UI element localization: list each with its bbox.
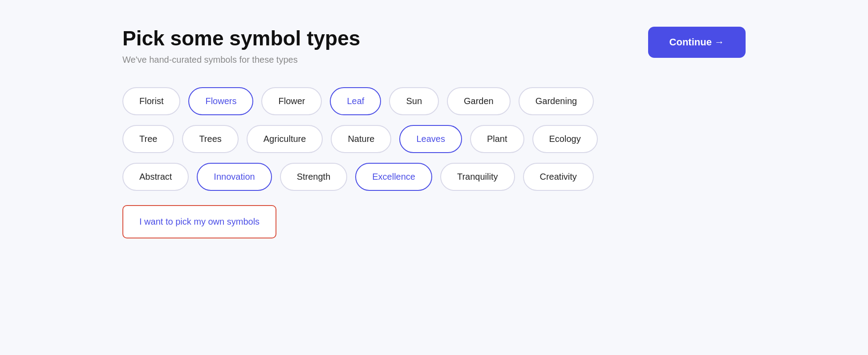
chip-sun[interactable]: Sun <box>389 87 439 115</box>
chip-strength[interactable]: Strength <box>280 163 348 191</box>
chip-flowers[interactable]: Flowers <box>188 87 253 115</box>
chip-plant[interactable]: Plant <box>470 125 524 153</box>
own-symbols-text: I want to pick my own symbols <box>139 217 260 226</box>
chips-row-0: FloristFlowersFlowerLeafSunGardenGardeni… <box>122 87 746 115</box>
chips-row-2: AbstractInnovationStrengthExcellenceTran… <box>122 163 746 191</box>
chips-area: FloristFlowersFlowerLeafSunGardenGardeni… <box>122 87 746 191</box>
header-row: Pick some symbol types We've hand-curate… <box>122 27 746 65</box>
title-block: Pick some symbol types We've hand-curate… <box>122 27 360 65</box>
own-symbols-box[interactable]: I want to pick my own symbols <box>122 205 276 238</box>
chip-nature[interactable]: Nature <box>331 125 391 153</box>
chip-ecology[interactable]: Ecology <box>532 125 598 153</box>
chip-gardening[interactable]: Gardening <box>519 87 594 115</box>
chip-abstract[interactable]: Abstract <box>122 163 189 191</box>
chip-leaf[interactable]: Leaf <box>330 87 381 115</box>
chip-innovation[interactable]: Innovation <box>197 163 272 191</box>
chip-flower[interactable]: Flower <box>261 87 322 115</box>
chip-tree[interactable]: Tree <box>122 125 174 153</box>
chip-trees[interactable]: Trees <box>182 125 238 153</box>
page-container: Pick some symbol types We've hand-curate… <box>122 27 746 238</box>
continue-button[interactable]: Continue → <box>648 27 746 58</box>
chip-excellence[interactable]: Excellence <box>355 163 432 191</box>
chip-florist[interactable]: Florist <box>122 87 180 115</box>
chip-tranquility[interactable]: Tranquility <box>440 163 515 191</box>
chip-leaves[interactable]: Leaves <box>399 125 462 153</box>
chip-garden[interactable]: Garden <box>447 87 511 115</box>
chips-row-1: TreeTreesAgricultureNatureLeavesPlantEco… <box>122 125 746 153</box>
chip-agriculture[interactable]: Agriculture <box>247 125 323 153</box>
page-subtitle: We've hand-curated symbols for these typ… <box>122 55 360 65</box>
page-title: Pick some symbol types <box>122 27 360 50</box>
chip-creativity[interactable]: Creativity <box>523 163 594 191</box>
